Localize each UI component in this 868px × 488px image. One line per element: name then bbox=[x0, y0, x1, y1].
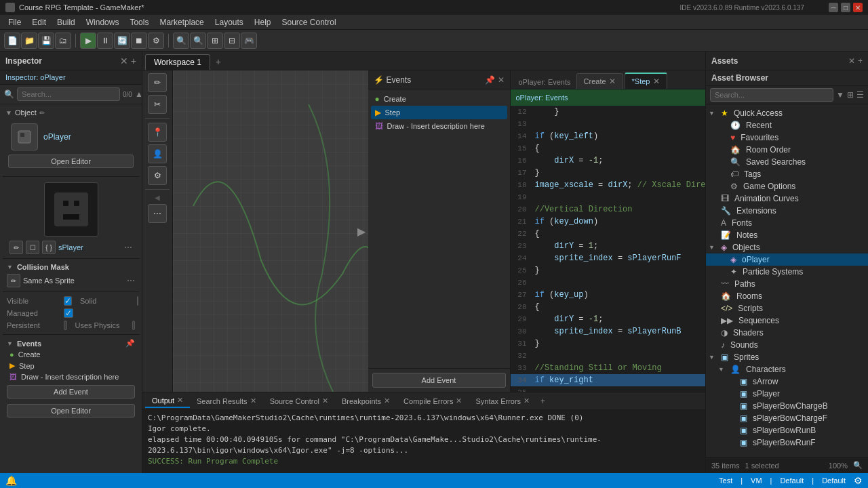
output-close[interactable]: ✕ bbox=[177, 396, 183, 405]
tree-item-sequences[interactable]: ▶▶Sequences bbox=[706, 314, 868, 327]
tree-item-splayer[interactable]: ▣sPlayer bbox=[706, 388, 868, 400]
object-section-header[interactable]: ▼ Object ✏ bbox=[3, 107, 139, 118]
workspace-tab-1[interactable]: Workspace 1 bbox=[145, 54, 210, 70]
inspector-add[interactable]: + bbox=[131, 56, 136, 66]
tree-item-characters[interactable]: ▼👤Characters bbox=[706, 363, 868, 375]
search-nav-up[interactable]: ▲ bbox=[135, 89, 143, 99]
minimize-button[interactable]: ─ bbox=[829, 3, 838, 12]
output-tab-breakpoints[interactable]: Breakpoints ✕ bbox=[335, 394, 397, 407]
canvas-layers[interactable]: ⚙ bbox=[148, 166, 167, 185]
debug-button[interactable]: ⏸ bbox=[97, 33, 113, 49]
tree-item-extensions[interactable]: 🔧Extensions bbox=[706, 205, 868, 217]
managed-checkbox[interactable]: ✓ bbox=[64, 308, 73, 318]
maximize-button[interactable]: □ bbox=[841, 3, 850, 12]
tree-item-notes[interactable]: 📝Notes bbox=[706, 229, 868, 241]
save-all-button[interactable]: 🗂 bbox=[55, 33, 71, 49]
menu-file[interactable]: File bbox=[3, 16, 26, 28]
run-button[interactable]: ▶ bbox=[80, 33, 96, 49]
assets-close-btn[interactable]: ✕ bbox=[848, 56, 855, 66]
add-event-button[interactable]: Add Event bbox=[7, 385, 135, 399]
menu-help[interactable]: Help bbox=[249, 16, 277, 28]
tree-item-particle-systems[interactable]: ✦Particle Systems bbox=[706, 266, 868, 278]
canvas-grid[interactable]: 👤 bbox=[148, 144, 167, 163]
collision-more-btn[interactable]: ⋯ bbox=[127, 276, 135, 285]
compile-close[interactable]: ✕ bbox=[456, 396, 462, 405]
output-add-tab[interactable]: + bbox=[536, 396, 549, 406]
source-close[interactable]: ✕ bbox=[322, 396, 328, 405]
tree-item-sarrow[interactable]: ▣sArrow bbox=[706, 375, 868, 388]
output-tab-syntax[interactable]: Syntax Errors ✕ bbox=[469, 394, 536, 407]
event-step[interactable]: ▶ Step bbox=[7, 360, 135, 371]
new-button[interactable]: 📄 bbox=[4, 33, 20, 49]
tree-item-tags[interactable]: 🏷Tags bbox=[706, 168, 868, 180]
event-draw[interactable]: 🖼 Draw - Insert description here bbox=[7, 371, 135, 382]
menu-layouts[interactable]: Layouts bbox=[210, 16, 249, 28]
tree-item-favourites[interactable]: ♥Favourites bbox=[706, 131, 868, 144]
open-editor-bottom-button[interactable]: Open Editor bbox=[7, 404, 135, 418]
canvas-snap[interactable]: 📍 bbox=[148, 123, 167, 142]
inspector-search-input[interactable] bbox=[17, 87, 120, 101]
tree-item-recent[interactable]: 🕐Recent bbox=[706, 119, 868, 131]
status-vm[interactable]: VM bbox=[751, 476, 762, 485]
sprite-new-btn[interactable]: ☐ bbox=[26, 241, 39, 254]
search-close[interactable]: ✕ bbox=[250, 396, 256, 405]
edit-pencil-icon[interactable]: ✏ bbox=[39, 109, 45, 117]
tree-item-oplayer[interactable]: ◈oPlayer bbox=[706, 253, 868, 266]
tab-create-close[interactable]: ✕ bbox=[609, 77, 616, 86]
canvas-btn5[interactable]: ⋯ bbox=[148, 204, 167, 223]
code-editor[interactable]: 12 }1314if (key_left)15{16 dirX = -1;17}… bbox=[511, 106, 706, 392]
output-tab-compile[interactable]: Compile Errors ✕ bbox=[397, 394, 469, 407]
open-button[interactable]: 📁 bbox=[21, 33, 37, 49]
sprite-code-btn[interactable]: { } bbox=[42, 241, 56, 254]
menu-source-control[interactable]: Source Control bbox=[277, 16, 342, 28]
zoom-in[interactable]: 🔍 bbox=[173, 33, 189, 49]
tree-item-quick-access[interactable]: ▼★Quick Access bbox=[706, 107, 868, 119]
assets-menu-icon[interactable]: ☰ bbox=[856, 90, 864, 100]
events-section-header[interactable]: ▼ Events 📌 bbox=[7, 338, 135, 349]
breakpoints-close[interactable]: ✕ bbox=[384, 396, 390, 405]
run-options[interactable]: ⚙ bbox=[148, 33, 164, 49]
persistent-checkbox[interactable] bbox=[64, 321, 67, 330]
tree-item-animation-curves[interactable]: 🎞Animation Curves bbox=[706, 192, 868, 205]
canvas-viewport[interactable]: ▶ bbox=[173, 70, 368, 392]
inspector-close[interactable]: ✕ bbox=[120, 56, 128, 66]
output-tab-search[interactable]: Search Results ✕ bbox=[190, 394, 263, 407]
output-tab-source[interactable]: Source Control ✕ bbox=[263, 394, 335, 407]
tree-item-sounds[interactable]: ♪Sounds bbox=[706, 339, 868, 351]
event-item-step[interactable]: ▶ Step bbox=[371, 106, 507, 119]
tree-item-objects[interactable]: ▼◈Objects bbox=[706, 241, 868, 253]
expand-arrow[interactable]: ▶ bbox=[357, 225, 366, 238]
zoom-out[interactable]: 🔍 bbox=[190, 33, 206, 49]
tree-item-splayerbowrunf[interactable]: ▣sPlayerBowRunF bbox=[706, 436, 868, 449]
tree-item-paths[interactable]: 〰Paths bbox=[706, 278, 868, 290]
stop-button[interactable]: ⏹ bbox=[131, 33, 147, 49]
code-tab-step[interactable]: *Step ✕ bbox=[625, 73, 667, 89]
tree-item-game-options[interactable]: ⚙Game Options bbox=[706, 180, 868, 192]
open-editor-button[interactable]: Open Editor bbox=[8, 155, 134, 168]
assets-add-btn[interactable]: + bbox=[858, 56, 863, 66]
status-settings-icon[interactable]: ⚙ bbox=[854, 475, 863, 486]
event-item-draw[interactable]: 🖼 Draw - Insert description here bbox=[371, 119, 507, 133]
status-test[interactable]: Test bbox=[719, 476, 732, 485]
tree-item-splayerbowchargef[interactable]: ▣sPlayerBowChargeF bbox=[706, 412, 868, 424]
assets-view-icon[interactable]: ⊞ bbox=[847, 90, 854, 100]
events-pin-btn[interactable]: 📌 bbox=[485, 75, 495, 85]
collision-mask-header[interactable]: ▼ Collision Mask bbox=[7, 262, 135, 272]
tree-item-rooms[interactable]: 🏠Rooms bbox=[706, 290, 868, 302]
events-close-btn[interactable]: ✕ bbox=[498, 75, 505, 85]
syntax-close[interactable]: ✕ bbox=[524, 396, 530, 405]
visible-checkbox[interactable]: ✓ bbox=[64, 296, 72, 306]
uses-physics-checkbox[interactable] bbox=[132, 321, 136, 330]
tree-item-saved-searches[interactable]: 🔍Saved Searches bbox=[706, 156, 868, 168]
code-tab-create[interactable]: Create ✕ bbox=[576, 73, 623, 89]
assets-filter-icon[interactable]: ▼ bbox=[836, 90, 844, 100]
tree-item-splayerbowrunb[interactable]: ▣sPlayerBowRunB bbox=[706, 424, 868, 436]
tree-item-shaders[interactable]: ◑Shaders bbox=[706, 327, 868, 339]
sprite-edit-btn[interactable]: ✏ bbox=[9, 241, 23, 254]
canvas-move[interactable]: ✂ bbox=[148, 95, 167, 114]
assets-search-input[interactable] bbox=[710, 88, 833, 102]
tree-item-splayerbowchargeb[interactable]: ▣sPlayerBowChargeB bbox=[706, 400, 868, 412]
menu-marketplace[interactable]: Marketplace bbox=[154, 16, 209, 28]
menu-tools[interactable]: Tools bbox=[124, 16, 154, 28]
close-button[interactable]: ✕ bbox=[853, 3, 863, 12]
